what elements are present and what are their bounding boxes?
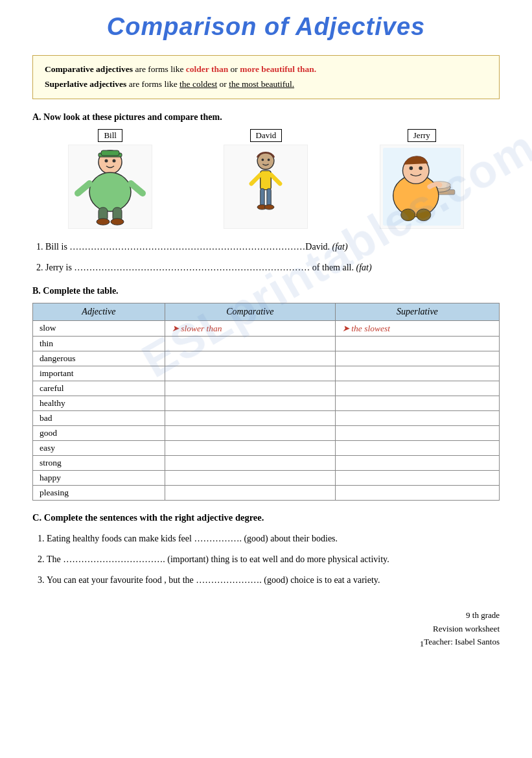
svg-line-16 <box>251 174 260 184</box>
adjective-cell: dangerous <box>33 351 165 366</box>
superlative-cell <box>335 381 499 396</box>
section-c: C. Complete the sentences with the right… <box>32 512 500 589</box>
comparative-cell <box>165 351 335 366</box>
comparative-cell <box>165 410 335 425</box>
comparative-cell <box>165 470 335 485</box>
comparative-cell <box>165 485 335 500</box>
section-c-sentence-3: You can eat your favourite food , but th… <box>47 571 500 589</box>
section-b-title: B. Complete the table. <box>32 286 500 296</box>
section-a-title: A. Now look at these pictures and compar… <box>32 112 500 123</box>
svg-rect-19 <box>267 189 271 207</box>
adjective-cell: slow <box>33 320 165 336</box>
adjective-cell: happy <box>33 470 165 485</box>
svg-rect-2 <box>101 150 119 156</box>
adjective-cell: easy <box>33 440 165 455</box>
teacher-name: Teacher: Isabel Santos <box>424 635 500 649</box>
comparative-cell <box>165 440 335 455</box>
info-box: Comparative adjectives are forms like co… <box>32 55 500 99</box>
superlative-cell <box>335 485 499 500</box>
table-row: important <box>33 366 500 381</box>
the-most-beautiful: the most beautiful. <box>229 79 294 89</box>
superlative-cell <box>335 440 499 455</box>
section-c-sentence-2: The ……………………………. (important) thing is to… <box>47 551 500 569</box>
footer: 1 9 th grade Revision worksheet Teacher:… <box>32 609 500 649</box>
svg-line-4 <box>78 184 89 193</box>
adjective-cell: bad <box>33 410 165 425</box>
superlative-cell <box>335 425 499 440</box>
superlative-cell <box>335 396 499 410</box>
bill-figure <box>68 145 152 229</box>
table-row: happy <box>33 470 500 485</box>
svg-point-28 <box>409 166 413 170</box>
comparative-label: Comparative adjectives <box>45 64 133 74</box>
jerry-label: Jerry <box>408 129 436 142</box>
comparative-cell <box>165 366 335 381</box>
table-row: good <box>33 425 500 440</box>
footer-info: 9 th grade Revision worksheet Teacher: I… <box>424 609 500 649</box>
svg-point-14 <box>268 158 270 161</box>
comparative-cell <box>165 455 335 470</box>
colder-than: colder than <box>186 64 228 74</box>
jerry-figure <box>380 145 464 229</box>
section-c-title: C. Complete the sentences with the right… <box>32 512 500 523</box>
grade: 9 th grade <box>424 609 500 622</box>
svg-line-5 <box>131 184 143 193</box>
worksheet-type: Revision worksheet <box>424 622 500 636</box>
col-superlative: Superlative <box>335 303 499 320</box>
col-comparative: Comparative <box>165 303 335 320</box>
page-title: Comparison of Adjectives <box>32 13 500 41</box>
table-row: strong <box>33 455 500 470</box>
sentence-lines: Bill is ……………………………………………………………………David.… <box>32 238 500 277</box>
adjective-cell: thin <box>33 336 165 351</box>
adjective-cell: good <box>33 425 165 440</box>
col-adjective: Adjective <box>33 303 165 320</box>
pictures-row: Bill <box>32 129 500 229</box>
table-row: pleasing <box>33 485 500 500</box>
table-row: bad <box>33 410 500 425</box>
comparative-cell <box>165 425 335 440</box>
comparative-cell <box>165 381 335 396</box>
comparative-cell <box>165 396 335 410</box>
jerry-picture: Jerry <box>380 129 464 229</box>
more-beautiful-than: more beautiful than. <box>240 64 316 74</box>
table-row: slow➤ slower than➤ the slowest <box>33 320 500 336</box>
svg-point-30 <box>401 209 415 220</box>
adjective-cell: important <box>33 366 165 381</box>
adjective-cell: pleasing <box>33 485 165 500</box>
svg-line-17 <box>272 174 281 184</box>
bill-label: Bill <box>98 129 122 142</box>
david-picture: David <box>224 129 308 229</box>
superlative-cell: ➤ the slowest <box>335 320 499 336</box>
comparative-cell: ➤ slower than <box>165 320 335 336</box>
david-label: David <box>250 129 283 142</box>
sentence-2: Jerry is …………………………………………………………………… of t… <box>45 259 500 277</box>
superlative-cell <box>335 455 499 470</box>
table-row: healthy <box>33 396 500 410</box>
comparative-cell <box>165 336 335 351</box>
svg-point-29 <box>419 166 422 170</box>
svg-rect-18 <box>260 189 264 207</box>
superlative-cell <box>335 366 499 381</box>
table-row: dangerous <box>33 351 500 366</box>
table-row: careful <box>33 381 500 396</box>
svg-point-21 <box>265 205 275 209</box>
the-coldest: the coldest <box>179 79 217 89</box>
superlative-cell <box>335 410 499 425</box>
david-figure <box>224 145 308 229</box>
adjectives-table: Adjective Comparative Superlative slow➤ … <box>32 303 500 501</box>
svg-point-11 <box>113 159 116 162</box>
adjective-cell: strong <box>33 455 165 470</box>
bill-picture: Bill <box>68 129 152 229</box>
svg-point-3 <box>89 172 131 211</box>
svg-point-9 <box>111 219 124 225</box>
superlative-label: Superlative adjectives <box>45 79 126 89</box>
info-line1-rest: are forms like <box>133 64 186 74</box>
svg-point-10 <box>105 159 108 162</box>
svg-point-13 <box>262 158 264 161</box>
svg-point-31 <box>417 209 431 220</box>
adjective-cell: careful <box>33 381 165 396</box>
section-c-sentence-1: Eating healthy foods can make kids feel … <box>47 530 500 548</box>
table-row: easy <box>33 440 500 455</box>
superlative-cell <box>335 470 499 485</box>
superlative-cell <box>335 351 499 366</box>
